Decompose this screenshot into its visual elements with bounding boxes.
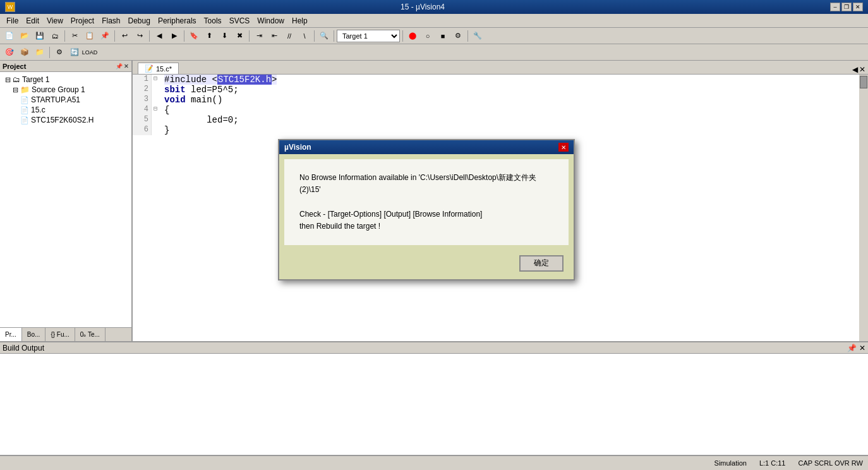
tab-close[interactable]: ✕ bbox=[859, 65, 865, 74]
menu-peripherals[interactable]: Peripherals bbox=[154, 15, 200, 27]
menu-edit[interactable]: Edit bbox=[22, 15, 43, 27]
bookmark-prev-btn[interactable]: ⬆ bbox=[202, 29, 216, 43]
modal-dialog[interactable]: µVision ✕ No Browse Information availabl… bbox=[278, 139, 575, 280]
cut-btn[interactable]: ✂ bbox=[68, 29, 81, 43]
tab-templates[interactable]: 0ₐ Te... bbox=[75, 328, 105, 341]
save-all-btn[interactable]: 🗂 bbox=[48, 29, 62, 43]
target-label: Target 1 bbox=[22, 75, 49, 84]
code-scrollbar[interactable] bbox=[859, 75, 868, 341]
stop-btn[interactable]: ■ bbox=[436, 29, 450, 43]
open-btn[interactable]: 📂 bbox=[18, 29, 32, 43]
tab-project[interactable]: Pr... bbox=[0, 328, 22, 341]
download-btn[interactable]: LOAD bbox=[83, 45, 97, 59]
debug-btn[interactable]: ⬤ bbox=[406, 29, 419, 43]
menu-help[interactable]: Help bbox=[288, 15, 311, 27]
line-content-3: void main() bbox=[159, 95, 859, 105]
maximize-button[interactable]: ❐ bbox=[841, 3, 852, 11]
new-btn[interactable]: 📄 bbox=[3, 29, 16, 43]
code-lines: 1 ⊟ #include <STC15F2K.h> 2 sbit led=P5^… bbox=[133, 75, 859, 135]
close-button[interactable]: ✕ bbox=[853, 3, 863, 11]
outdent-btn[interactable]: ⇤ bbox=[267, 29, 281, 43]
tree-15c[interactable]: 📄 15.c bbox=[0, 105, 131, 115]
code-tab-15c[interactable]: 📝 15.c* bbox=[138, 63, 179, 74]
menu-project[interactable]: Project bbox=[67, 15, 98, 27]
sep-2 bbox=[114, 30, 115, 42]
code-line-5: 5 led=0; bbox=[133, 115, 859, 125]
nav-back-btn[interactable]: ◀ bbox=[152, 29, 166, 43]
reset-btn[interactable]: ○ bbox=[421, 29, 435, 43]
tab-nav-left[interactable]: ◀ bbox=[852, 65, 858, 74]
file-icon-stc: 📄 bbox=[20, 116, 29, 124]
menu-tools[interactable]: Tools bbox=[200, 15, 226, 27]
modal-footer: 确定 bbox=[279, 250, 574, 279]
panel-pin-btn[interactable]: 📌 bbox=[116, 63, 123, 69]
stc-label: STC15F2K60S2.H bbox=[31, 116, 93, 124]
clear-bookmarks-btn[interactable]: ✖ bbox=[232, 29, 246, 43]
menu-debug[interactable]: Debug bbox=[124, 15, 154, 27]
settings-btn[interactable]: 🔧 bbox=[471, 29, 485, 43]
bookmark-next-btn[interactable]: ⬇ bbox=[217, 29, 231, 43]
title-bar: W 15 - µVision4 – ❐ ✕ bbox=[0, 0, 868, 14]
nav-fwd-btn[interactable]: ▶ bbox=[167, 29, 181, 43]
tab-functions[interactable]: {} Fu... bbox=[45, 328, 75, 341]
project-tree: ⊟ 🗂 Target 1 ⊟ 📁 Source Group 1 📄 STARTU… bbox=[0, 72, 131, 327]
line-content-4: { bbox=[159, 105, 859, 115]
project-panel-header: Project 📌 ✕ bbox=[0, 61, 131, 72]
more-btn[interactable]: ⚙ bbox=[451, 29, 465, 43]
modal-content: No Browse Information available in 'C:\U… bbox=[284, 159, 569, 245]
menu-file[interactable]: File bbox=[3, 15, 22, 27]
menu-svcs[interactable]: SVCS bbox=[226, 15, 254, 27]
redo-btn[interactable]: ↪ bbox=[133, 29, 147, 43]
minimize-button[interactable]: – bbox=[830, 3, 840, 11]
title-bar-controls: – ❐ ✕ bbox=[830, 3, 863, 11]
line-content-5: led=0; bbox=[159, 115, 859, 125]
indent-btn[interactable]: ⇥ bbox=[252, 29, 266, 43]
sep-t1 bbox=[49, 47, 50, 58]
position-label: L:1 C:11 bbox=[759, 459, 786, 467]
build-content bbox=[0, 354, 868, 441]
bookmark-btn[interactable]: 🔖 bbox=[187, 29, 201, 43]
modal-close-btn[interactable]: ✕ bbox=[558, 143, 569, 152]
proj-file-btn[interactable]: 📁 bbox=[33, 45, 47, 59]
build-btn[interactable]: ⚙ bbox=[52, 45, 66, 59]
expand-icon-sg: ⊟ bbox=[13, 86, 18, 94]
save-btn[interactable]: 💾 bbox=[33, 29, 47, 43]
tree-startup[interactable]: 📄 STARTUP.A51 bbox=[0, 95, 131, 105]
panel-controls: 📌 ✕ bbox=[116, 63, 129, 69]
status-right: Simulation L:1 C:11 CAP SCRL OVR RW bbox=[714, 459, 863, 467]
proj-src-btn[interactable]: 📦 bbox=[18, 45, 32, 59]
build-close-btn[interactable]: ✕ bbox=[859, 344, 865, 352]
build-controls: 📌 ✕ bbox=[847, 344, 865, 352]
line-num-1: 1 bbox=[133, 75, 152, 85]
uncomment-btn[interactable]: \ bbox=[298, 29, 311, 43]
tree-target[interactable]: ⊟ 🗂 Target 1 bbox=[0, 75, 131, 85]
code-line-2: 2 sbit led=P5^5; bbox=[133, 85, 859, 95]
undo-btn[interactable]: ↩ bbox=[118, 29, 131, 43]
proj-target-btn[interactable]: 🎯 bbox=[3, 45, 16, 59]
sep-4 bbox=[184, 30, 184, 42]
sep-7 bbox=[334, 30, 334, 42]
code-tab-label: 15.c* bbox=[156, 65, 172, 73]
code-line-3: 3 void main() bbox=[133, 95, 859, 105]
title-bar-icon: W bbox=[5, 2, 15, 12]
tree-source-group[interactable]: ⊟ 📁 Source Group 1 bbox=[0, 85, 131, 95]
comment-btn[interactable]: // bbox=[282, 29, 296, 43]
toolbar-1: 📄 📂 💾 🗂 ✂ 📋 📌 ↩ ↪ ◀ ▶ 🔖 ⬆ ⬇ ✖ ⇥ ⇤ // \ 🔍… bbox=[0, 28, 868, 44]
modal-ok-button[interactable]: 确定 bbox=[519, 255, 564, 272]
panel-close-btn[interactable]: ✕ bbox=[124, 63, 129, 69]
tab-books[interactable]: Bo... bbox=[22, 328, 46, 341]
rebuild-btn[interactable]: 🔄 bbox=[68, 45, 81, 59]
menu-window[interactable]: Window bbox=[253, 15, 288, 27]
line-num-6: 6 bbox=[133, 125, 152, 135]
copy-btn[interactable]: 📋 bbox=[83, 29, 97, 43]
menu-flash[interactable]: Flash bbox=[98, 15, 124, 27]
modal-message-2: Check - [Target-Options] [Output] [Brows… bbox=[299, 208, 553, 232]
find-btn[interactable]: 🔍 bbox=[317, 29, 331, 43]
paste-btn[interactable]: 📌 bbox=[98, 29, 112, 43]
include-highlight: STC15F2K.h bbox=[217, 75, 272, 85]
tree-stc[interactable]: 📄 STC15F2K60S2.H bbox=[0, 115, 131, 125]
menu-view[interactable]: View bbox=[43, 15, 67, 27]
target-select[interactable]: Target 1 bbox=[337, 30, 400, 42]
build-pin-btn[interactable]: 📌 bbox=[847, 344, 857, 352]
mode-label: CAP SCRL OVR RW bbox=[799, 459, 864, 467]
